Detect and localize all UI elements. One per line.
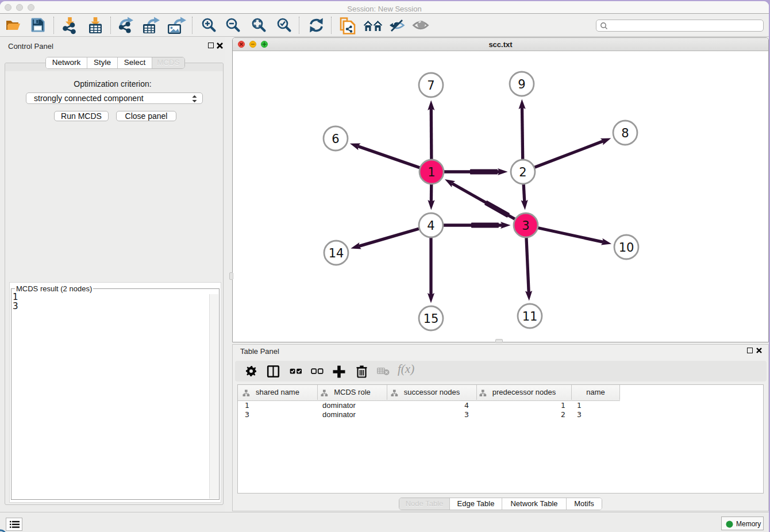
svg-text:4: 4 [427, 219, 434, 233]
svg-text:11: 11 [522, 310, 538, 323]
svg-text:15: 15 [424, 312, 439, 326]
svg-text:9: 9 [518, 78, 525, 91]
svg-text:10: 10 [619, 241, 634, 255]
svg-text:8: 8 [621, 126, 629, 140]
svg-text:1: 1 [428, 165, 435, 179]
svg-text:2: 2 [519, 165, 526, 179]
svg-text:6: 6 [332, 132, 339, 146]
svg-text:3: 3 [522, 219, 529, 233]
svg-text:14: 14 [329, 246, 344, 260]
svg-text:7: 7 [427, 79, 434, 92]
